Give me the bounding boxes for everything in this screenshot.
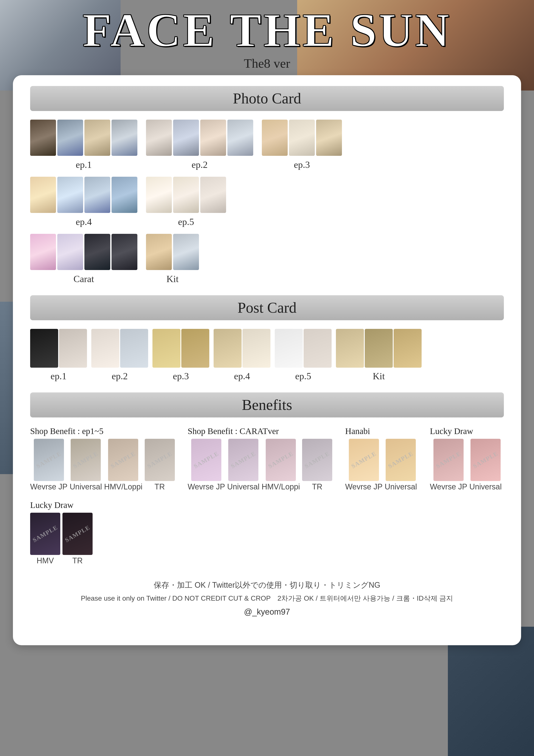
sample-watermark: SAMPLE [386, 439, 416, 481]
postcard-thumb [304, 329, 332, 368]
benefit-label: TR [155, 482, 165, 491]
photo-group-ep1: ep.1 [30, 120, 138, 170]
benefit-item: SAMPLE TR [302, 439, 332, 491]
photo-thumb [85, 234, 110, 270]
benefits-row-1: Shop Benefit : ep1~5 SAMPLE Wevrse JP SA… [30, 426, 504, 491]
photo-thumb [112, 177, 138, 213]
bg-bottom-right [448, 627, 534, 756]
benefits-title: Benefits [30, 396, 504, 414]
shop-benefit-ep1-5-title: Shop Benefit : ep1~5 [30, 426, 175, 436]
group-label-kit: Kit [166, 274, 179, 284]
benefit-item: SAMPLE Wevrse JP [430, 439, 467, 491]
benefit-thumb-universal-carat: SAMPLE [228, 439, 258, 481]
benefit-label: Universal [69, 482, 102, 491]
photo-group-ep1-images [30, 120, 138, 156]
shop-benefit-ep1-5-group: Shop Benefit : ep1~5 SAMPLE Wevrse JP SA… [30, 426, 175, 491]
photo-thumb [173, 120, 199, 156]
benefit-item: SAMPLE Wevrse JP [345, 439, 382, 491]
photo-row-2: ep.4 ep.5 [30, 177, 504, 228]
postcard-images-ep4 [214, 329, 270, 368]
postcard-label-ep4: ep.4 [234, 371, 250, 382]
benefit-item: SAMPLE Universal [385, 439, 417, 491]
benefit-item: SAMPLE Wevrse JP [188, 439, 225, 491]
postcard-group-ep3: ep.3 [152, 329, 209, 382]
main-card: Photo Card ep.1 [13, 75, 521, 645]
shop-benefit-ep1-5-items: SAMPLE Wevrse JP SAMPLE Universal SAMPLE [30, 439, 175, 491]
photo-thumb [85, 177, 110, 213]
group-label-ep1: ep.1 [76, 159, 92, 170]
photo-thumb [30, 120, 56, 156]
postcard-images-ep5 [275, 329, 332, 368]
postcard-group-ep1: ep.1 [30, 329, 87, 382]
photo-thumb [30, 234, 56, 270]
benefit-label: TR [312, 482, 322, 491]
benefit-thumb-ld-univ: SAMPLE [470, 439, 501, 481]
hanabi-items: SAMPLE Wevrse JP SAMPLE Universal [345, 439, 417, 491]
sample-watermark: SAMPLE [302, 439, 332, 481]
photo-group-ep5-images [146, 177, 226, 213]
benefit-label: Wevrse JP [188, 482, 225, 491]
photo-thumb [173, 177, 199, 213]
postcard-group-ep4: ep.4 [214, 329, 270, 382]
photo-group-ep3: ep.3 [262, 120, 342, 170]
hanabi-title: Hanabi [345, 426, 417, 436]
benefit-item: SAMPLE HMV/Loppi [262, 439, 300, 491]
lucky-draw-items-1: SAMPLE Wevrse JP SAMPLE Universal [430, 439, 501, 491]
photo-card-section: Photo Card ep.1 [30, 86, 504, 284]
benefit-label: Wevrse JP [30, 482, 67, 491]
benefit-item: SAMPLE Universal [470, 439, 502, 491]
benefit-item: SAMPLE Universal [69, 439, 102, 491]
photo-thumb [262, 120, 288, 156]
photo-group-kit-images [146, 234, 199, 270]
photo-group-ep4: ep.4 [30, 177, 138, 228]
postcard-label-kit: Kit [373, 371, 385, 382]
post-card-header: Post Card [30, 295, 504, 320]
postcard-images-ep2 [91, 329, 148, 368]
benefit-item: SAMPLE HMV [30, 513, 60, 565]
postcard-images-ep3 [152, 329, 209, 368]
photo-row-3: Carat Kit [30, 234, 504, 284]
photo-thumb [200, 177, 226, 213]
benefit-label: Universal [385, 482, 417, 491]
photo-card-header: Photo Card [30, 86, 504, 111]
photo-thumb [146, 177, 172, 213]
lucky-draw-row-2: Lucky Draw SAMPLE HMV SAMPLE TR [30, 500, 504, 565]
footer-line1: 保存・加工 OK / Twitter以外での使用・切り取り・トリミングNG [30, 578, 504, 592]
photo-group-carat: Carat [30, 234, 138, 284]
shop-benefit-carat-items: SAMPLE Wevrse JP SAMPLE Universal SAMPLE [188, 439, 332, 491]
photo-thumb [200, 120, 226, 156]
benefit-item: SAMPLE Wevrse JP [30, 439, 67, 491]
lucky-draw-group-2: Lucky Draw SAMPLE HMV SAMPLE TR [30, 500, 504, 565]
sample-watermark: SAMPLE [191, 439, 221, 481]
benefit-thumb-ld-wv: SAMPLE [433, 439, 464, 481]
benefit-label: Wevrse JP [345, 482, 382, 491]
postcard-thumb [91, 329, 119, 368]
photo-group-ep3-images [262, 120, 342, 156]
photo-thumb [173, 234, 199, 270]
benefits-section: Benefits Shop Benefit : ep1~5 SAMPLE Wev… [30, 392, 504, 565]
post-card-title: Post Card [30, 299, 504, 316]
photo-thumb [227, 120, 253, 156]
sample-watermark: SAMPLE [349, 439, 379, 481]
postcard-thumb [214, 329, 242, 368]
benefit-label: HMV/Loppi [104, 482, 142, 491]
photo-group-ep2: ep.2 [146, 120, 253, 170]
postcard-thumb [336, 329, 364, 368]
benefit-thumb-wevrse-jp-carat: SAMPLE [191, 439, 221, 481]
photo-thumb [112, 120, 138, 156]
postcard-thumb [394, 329, 421, 368]
photo-row-1: ep.1 ep.2 ep.3 [30, 120, 504, 170]
benefit-thumb-hmv-carat: SAMPLE [266, 439, 296, 481]
sample-watermark: SAMPLE [266, 439, 296, 481]
photo-group-ep2-images [146, 120, 253, 156]
sample-watermark: SAMPLE [34, 439, 64, 481]
benefit-label: HMV [37, 556, 54, 565]
photo-thumb [30, 177, 56, 213]
postcard-label-ep2: ep.2 [112, 371, 128, 382]
benefit-label: Universal [470, 482, 502, 491]
postcard-label-ep1: ep.1 [51, 371, 67, 382]
benefit-thumb-ld-hmv: SAMPLE [30, 513, 60, 555]
photo-group-ep5: ep.5 [146, 177, 226, 228]
postcard-group-ep2: ep.2 [91, 329, 148, 382]
sample-watermark: SAMPLE [228, 439, 258, 481]
